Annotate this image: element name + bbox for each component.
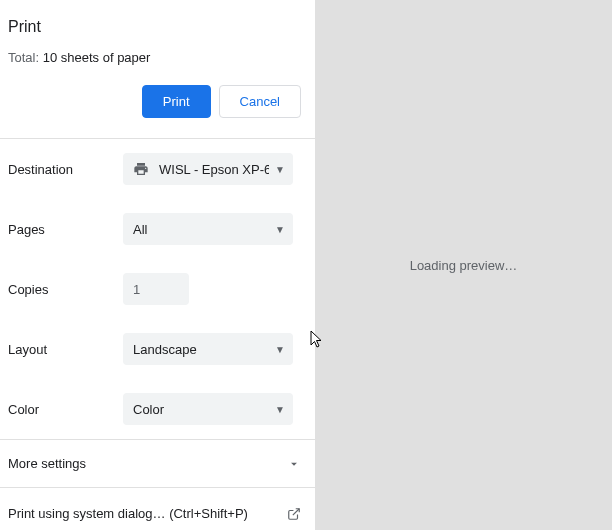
pages-label: Pages <box>8 222 123 237</box>
copies-input[interactable] <box>123 273 189 305</box>
preview-loading-text: Loading preview… <box>410 258 518 273</box>
action-buttons: Print Cancel <box>0 65 315 139</box>
total-count: 10 sheets of paper <box>43 50 151 65</box>
pages-select[interactable]: All ▼ <box>123 213 293 245</box>
color-value: Color <box>133 402 269 417</box>
copies-row: Copies <box>0 259 315 319</box>
layout-select[interactable]: Landscape ▼ <box>123 333 293 365</box>
chevron-down-icon: ▼ <box>275 344 285 355</box>
page-title: Print <box>8 18 307 36</box>
pages-row: Pages All ▼ <box>0 199 315 259</box>
chevron-down-icon: ▼ <box>275 224 285 235</box>
print-settings-panel: Print Total: 10 sheets of paper Print Ca… <box>0 0 315 530</box>
more-settings-label: More settings <box>8 456 86 471</box>
preview-panel: Loading preview… <box>315 0 612 530</box>
total-prefix: Total: <box>8 50 43 65</box>
destination-label: Destination <box>8 162 123 177</box>
system-dialog-link[interactable]: Print using system dialog… (Ctrl+Shift+P… <box>0 488 315 530</box>
total-sheets: Total: 10 sheets of paper <box>8 50 307 65</box>
layout-value: Landscape <box>133 342 269 357</box>
more-settings-toggle[interactable]: More settings <box>0 439 315 488</box>
layout-row: Layout Landscape ▼ <box>0 319 315 379</box>
chevron-down-icon: ▼ <box>275 404 285 415</box>
pages-value: All <box>133 222 269 237</box>
destination-select[interactable]: WISL - Epson XP-6 ▼ <box>123 153 293 185</box>
print-button[interactable]: Print <box>142 85 211 118</box>
open-external-icon <box>287 507 301 521</box>
system-dialog-label: Print using system dialog… (Ctrl+Shift+P… <box>8 506 248 521</box>
chevron-down-icon: ▼ <box>275 164 285 175</box>
copies-label: Copies <box>8 282 123 297</box>
destination-row: Destination WISL - Epson XP-6 ▼ <box>0 139 315 199</box>
destination-value: WISL - Epson XP-6 <box>159 162 269 177</box>
cancel-button[interactable]: Cancel <box>219 85 301 118</box>
printer-icon <box>133 161 149 177</box>
layout-label: Layout <box>8 342 123 357</box>
color-row: Color Color ▼ <box>0 379 315 439</box>
settings-list: Destination WISL - Epson XP-6 ▼ Pages Al… <box>0 139 315 439</box>
header: Print Total: 10 sheets of paper <box>0 0 315 65</box>
svg-line-0 <box>293 508 299 514</box>
color-select[interactable]: Color ▼ <box>123 393 293 425</box>
color-label: Color <box>8 402 123 417</box>
chevron-down-icon <box>287 457 301 471</box>
